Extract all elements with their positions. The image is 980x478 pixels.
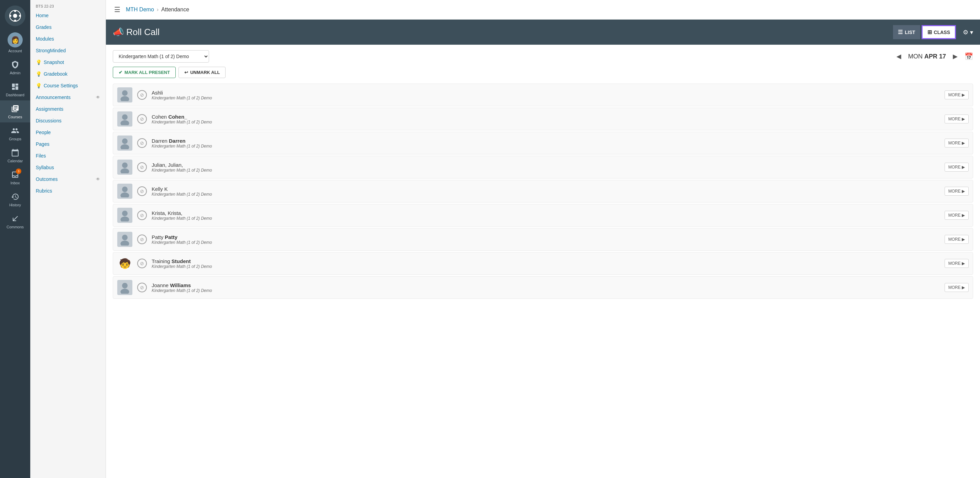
sidebar-link-course-settings[interactable]: 💡 Course Settings [30,80,105,91]
sidebar-link-gradebook[interactable]: 💡 Gradebook [30,68,105,80]
nav-item-commons[interactable]: Commons [0,210,30,233]
sidebar-course-label: BTS 22-23 [30,0,105,10]
svg-point-15 [120,193,129,198]
status-icon[interactable]: ⊘ [137,162,148,173]
status-icon[interactable]: ⊘ [137,113,148,124]
sidebar-link-label-snapshot: Snapshot [44,59,64,65]
status-icon[interactable]: ⊘ [137,89,148,100]
sidebar-link-snapshot[interactable]: 💡 Snapshot [30,56,105,68]
more-button[interactable]: MORE ▶ [945,139,969,148]
sidebar-link-pages[interactable]: Pages [30,138,105,150]
sidebar-link-label-strongminded: StrongMinded [36,48,66,53]
unmark-all-button[interactable]: ↩ UNMARK ALL [178,67,226,78]
sidebar-link-home[interactable]: Home [30,10,105,21]
roll-call-settings-button[interactable]: ⚙ ▾ [963,29,973,36]
sidebar-link-files[interactable]: Files [30,150,105,162]
class-icon: ⊞ [928,29,932,35]
table-row: ⊘ Ashli Kindergarten Math (1 of 2) Demo … [113,84,973,106]
nav-item-groups[interactable]: Groups [0,123,30,145]
svg-point-10 [122,139,127,144]
status-icon[interactable]: ⊘ [137,137,148,148]
nav-label-history: History [9,203,21,207]
sidebar-link-label-modules: Modules [36,36,54,41]
sidebar-link-grades[interactable]: Grades [30,21,105,33]
sidebar-link-modules[interactable]: Modules [30,33,105,45]
student-name: Patty Patty [152,234,940,240]
prev-date-button[interactable]: ◀ [894,51,904,62]
more-button[interactable]: MORE ▶ [945,91,969,99]
more-button[interactable]: MORE ▶ [945,259,969,268]
svg-point-16 [122,211,127,216]
status-icon[interactable]: ⊘ [137,282,148,293]
hamburger-button[interactable]: ☰ [113,4,122,15]
status-icon[interactable]: ⊘ [137,258,148,269]
roll-call-title: 📣 Roll Call [113,27,889,37]
attendance-status-circle[interactable]: ⊘ [137,90,147,100]
nav-item-inbox[interactable]: 3 Inbox [0,166,30,188]
nav-item-courses[interactable]: Courses [0,100,30,123]
status-icon[interactable]: ⊘ [137,234,148,245]
calendar-picker-button[interactable]: 📅 [964,52,973,61]
nav-item-dashboard[interactable]: Dashboard [0,78,30,100]
table-row: ⊘ Darren Darren Kindergarten Math (1 of … [113,132,973,155]
action-buttons: ✔ MARK ALL PRESENT ↩ UNMARK ALL [113,67,973,78]
attendance-status-circle[interactable]: ⊘ [137,283,147,292]
more-button[interactable]: MORE ▶ [945,163,969,172]
sidebar-link-people[interactable]: People [30,127,105,138]
student-name: Krista, Krista, [152,210,940,216]
megaphone-icon: 📣 [113,27,124,37]
sidebar-link-rubrics[interactable]: Rubrics [30,185,105,197]
attendance-status-circle[interactable]: ⊘ [137,259,147,268]
announcements-visibility-icon: 👁 [96,95,100,100]
student-avatar [117,280,132,295]
mark-all-present-button[interactable]: ✔ MARK ALL PRESENT [113,67,176,78]
svg-point-17 [120,217,129,221]
status-icon[interactable]: ⊘ [137,210,148,221]
more-button[interactable]: MORE ▶ [945,187,969,196]
nav-item-calendar[interactable]: Calendar [0,145,30,166]
sidebar-link-outcomes[interactable]: Outcomes 👁 [30,173,105,185]
attendance-status-circle[interactable]: ⊘ [137,114,147,124]
next-date-button[interactable]: ▶ [950,51,960,62]
student-avatar [117,184,132,199]
more-button[interactable]: MORE ▶ [945,283,969,292]
student-course: Kindergarten Math (1 of 2) Demo [152,216,940,221]
sidebar-link-syllabus[interactable]: Syllabus [30,162,105,173]
nav-item-history[interactable]: History [0,188,30,210]
attendance-status-circle[interactable]: ⊘ [137,234,147,244]
student-course: Kindergarten Math (1 of 2) Demo [152,120,940,124]
attendance-status-circle[interactable]: ⊘ [137,210,147,220]
more-button[interactable]: MORE ▶ [945,211,969,220]
gradebook-icon: 💡 [36,71,41,77]
class-view-button[interactable]: ⊞ CLASS [921,25,956,39]
nav-label-calendar: Calendar [8,159,23,163]
app-logo[interactable] [5,5,25,26]
sidebar-link-announcements[interactable]: Announcements 👁 [30,91,105,103]
sidebar-link-label-outcomes: Outcomes [36,177,58,182]
student-info: Training Student Kindergarten Math (1 of… [152,258,940,269]
breadcrumb-course-link[interactable]: MTH Demo [126,6,154,13]
nav-label-groups: Groups [9,137,21,141]
attendance-status-circle[interactable]: ⊘ [137,138,147,148]
inbox-badge: 3 [16,169,21,174]
nav-item-account[interactable]: 👩 Account [0,29,30,56]
attendance-status-circle[interactable]: ⊘ [137,186,147,196]
sidebar-link-discussions[interactable]: Discussions [30,115,105,127]
status-icon[interactable]: ⊘ [137,186,148,197]
sidebar-link-assignments[interactable]: Assignments [30,103,105,115]
student-course: Kindergarten Math (1 of 2) Demo [152,288,940,293]
dashboard-icon [10,82,20,91]
top-header: ☰ MTH Demo › Attendance [106,0,980,20]
more-button[interactable]: MORE ▶ [945,115,969,123]
list-view-button[interactable]: ☰ LIST [893,25,920,39]
student-info: Ashli Kindergarten Math (1 of 2) Demo [152,90,940,100]
student-avatar [117,135,132,151]
attendance-status-circle[interactable]: ⊘ [137,162,147,172]
sidebar-link-strongminded[interactable]: StrongMinded [30,45,105,56]
student-course: Kindergarten Math (1 of 2) Demo [152,168,940,173]
nav-item-admin[interactable]: Admin [0,56,30,78]
course-select[interactable]: Kindergarten Math (1 of 2) Demo [113,50,209,62]
svg-point-2 [14,10,16,12]
more-button[interactable]: MORE ▶ [945,235,969,244]
svg-point-6 [122,91,127,96]
